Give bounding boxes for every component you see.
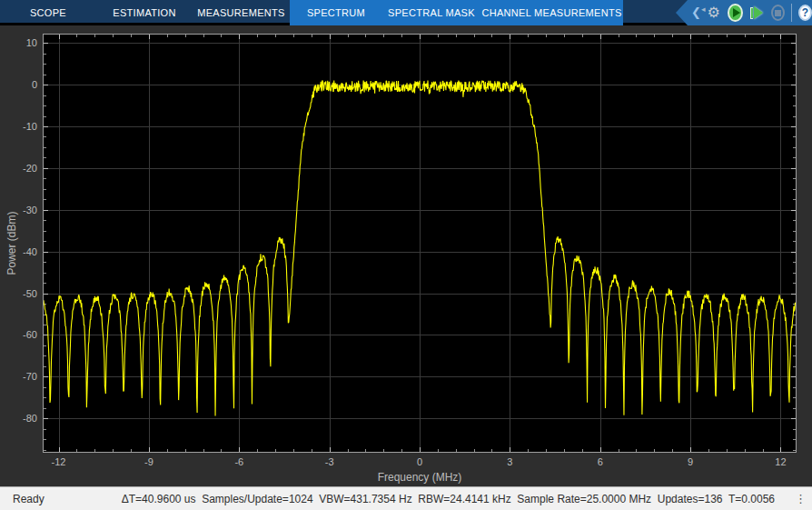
y-tick-label: -30 [0,205,37,216]
y-tick-label: -10 [0,121,37,133]
x-tick-label: -6 [223,456,254,467]
tab-estimation[interactable]: ESTIMATION [96,0,193,25]
step-forward-button[interactable] [749,4,765,22]
x-tick-label: -12 [44,456,74,467]
play-icon [733,8,740,17]
step-forward-bar-icon [750,7,753,19]
y-tick-label: -50 [0,288,37,300]
gear-icon: ⚙ [707,5,719,20]
spectrum-canvas[interactable] [44,35,796,452]
axes-box [43,34,797,453]
x-tick-label: -3 [314,456,345,467]
back-arrow-icon: ◂ [701,5,706,14]
x-axis-title: Frequency (MHz) [43,471,797,484]
x-tick-label: -9 [134,456,164,467]
playback-controls: ❮ ⚙ ◂ ? [676,0,812,25]
active-tab-group: SPECTRUM SPECTRAL MASK CHANNEL MEASUREME… [290,0,623,25]
toolbar-divider [791,4,792,22]
spectrum-analyzer-window: SCOPE ESTIMATION MEASUREMENTS SPECTRUM S… [0,0,812,510]
tab-spectral-mask[interactable]: SPECTRAL MASK [382,0,480,25]
x-tick-label: 6 [585,456,616,467]
stop-icon [775,10,781,16]
y-tick-label: -20 [0,163,37,175]
tab-channel-measurements[interactable]: CHANNEL MEASUREMENTS [480,0,623,25]
spectrum-plot-panel: Frequency (MHz) Power (dBm) -12-9-6-3036… [0,28,812,486]
y-tick-label: 10 [0,37,37,49]
x-tick-label: 3 [494,456,525,467]
y-tick-label: -70 [0,371,37,383]
tab-spectrum[interactable]: SPECTRUM [290,0,382,25]
x-tick-label: 0 [404,456,435,467]
grip-icon[interactable]: ⋮ [795,492,807,505]
status-ready: Ready [13,493,45,505]
y-tick-label: -60 [0,329,37,341]
y-tick-label: -40 [0,246,37,258]
y-tick-label: -80 [0,413,37,425]
stop-button[interactable] [771,5,785,21]
toolbar: SCOPE ESTIMATION MEASUREMENTS SPECTRUM S… [0,0,812,25]
tab-scope[interactable]: SCOPE [0,0,96,25]
collapse-chevron-icon: ❮ [691,0,701,25]
x-tick-label: 12 [765,456,796,467]
run-button[interactable] [728,4,743,22]
tab-measurements[interactable]: MEASUREMENTS [193,0,290,25]
x-tick-label: 9 [675,456,706,467]
step-back-button[interactable]: ⚙ ◂ [706,3,721,23]
status-bar: Ready ΔT=40.9600 us Samples/Update=1024 … [0,486,812,510]
status-metrics: ΔT=40.9600 us Samples/Update=1024 VBW=43… [122,493,775,505]
y-tick-label: 0 [0,79,37,91]
help-button[interactable]: ? [798,5,812,21]
step-forward-triangle-icon [754,6,763,19]
